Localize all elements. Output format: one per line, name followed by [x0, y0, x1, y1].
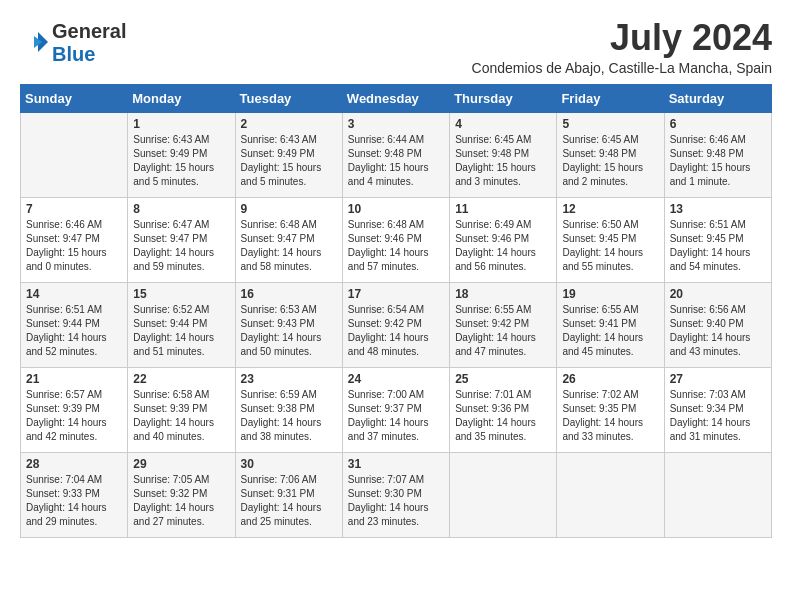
header-tuesday: Tuesday: [235, 85, 342, 113]
calendar-cell: 31Sunrise: 7:07 AM Sunset: 9:30 PM Dayli…: [342, 453, 449, 538]
calendar-cell: 23Sunrise: 6:59 AM Sunset: 9:38 PM Dayli…: [235, 368, 342, 453]
day-number: 21: [26, 372, 122, 386]
day-number: 6: [670, 117, 766, 131]
day-number: 5: [562, 117, 658, 131]
day-number: 1: [133, 117, 229, 131]
location-subtitle: Condemios de Abajo, Castille-La Mancha, …: [472, 60, 772, 76]
day-info: Sunrise: 7:04 AM Sunset: 9:33 PM Dayligh…: [26, 473, 122, 529]
day-info: Sunrise: 7:01 AM Sunset: 9:36 PM Dayligh…: [455, 388, 551, 444]
day-number: 10: [348, 202, 444, 216]
calendar-cell: 24Sunrise: 7:00 AM Sunset: 9:37 PM Dayli…: [342, 368, 449, 453]
day-info: Sunrise: 6:51 AM Sunset: 9:45 PM Dayligh…: [670, 218, 766, 274]
day-number: 19: [562, 287, 658, 301]
calendar-cell: 30Sunrise: 7:06 AM Sunset: 9:31 PM Dayli…: [235, 453, 342, 538]
day-number: 24: [348, 372, 444, 386]
day-info: Sunrise: 6:46 AM Sunset: 9:47 PM Dayligh…: [26, 218, 122, 274]
calendar-cell: 22Sunrise: 6:58 AM Sunset: 9:39 PM Dayli…: [128, 368, 235, 453]
day-info: Sunrise: 6:56 AM Sunset: 9:40 PM Dayligh…: [670, 303, 766, 359]
day-info: Sunrise: 6:58 AM Sunset: 9:39 PM Dayligh…: [133, 388, 229, 444]
header-saturday: Saturday: [664, 85, 771, 113]
logo-icon: [20, 28, 50, 58]
logo-blue: Blue: [52, 43, 126, 66]
day-info: Sunrise: 6:48 AM Sunset: 9:46 PM Dayligh…: [348, 218, 444, 274]
calendar-cell: [21, 113, 128, 198]
day-number: 15: [133, 287, 229, 301]
day-info: Sunrise: 6:55 AM Sunset: 9:41 PM Dayligh…: [562, 303, 658, 359]
day-info: Sunrise: 6:46 AM Sunset: 9:48 PM Dayligh…: [670, 133, 766, 189]
calendar-cell: 6Sunrise: 6:46 AM Sunset: 9:48 PM Daylig…: [664, 113, 771, 198]
day-info: Sunrise: 6:43 AM Sunset: 9:49 PM Dayligh…: [133, 133, 229, 189]
header-thursday: Thursday: [450, 85, 557, 113]
calendar-cell: [664, 453, 771, 538]
title-area: July 2024 Condemios de Abajo, Castille-L…: [472, 20, 772, 76]
day-number: 27: [670, 372, 766, 386]
day-info: Sunrise: 6:54 AM Sunset: 9:42 PM Dayligh…: [348, 303, 444, 359]
day-info: Sunrise: 6:44 AM Sunset: 9:48 PM Dayligh…: [348, 133, 444, 189]
day-number: 8: [133, 202, 229, 216]
page-header: General Blue July 2024 Condemios de Abaj…: [20, 20, 772, 76]
day-number: 17: [348, 287, 444, 301]
day-number: 22: [133, 372, 229, 386]
calendar-week-row: 14Sunrise: 6:51 AM Sunset: 9:44 PM Dayli…: [21, 283, 772, 368]
day-info: Sunrise: 6:50 AM Sunset: 9:45 PM Dayligh…: [562, 218, 658, 274]
calendar-cell: 26Sunrise: 7:02 AM Sunset: 9:35 PM Dayli…: [557, 368, 664, 453]
day-info: Sunrise: 6:52 AM Sunset: 9:44 PM Dayligh…: [133, 303, 229, 359]
calendar-cell: 27Sunrise: 7:03 AM Sunset: 9:34 PM Dayli…: [664, 368, 771, 453]
day-number: 4: [455, 117, 551, 131]
header-monday: Monday: [128, 85, 235, 113]
calendar-cell: 19Sunrise: 6:55 AM Sunset: 9:41 PM Dayli…: [557, 283, 664, 368]
month-title: July 2024: [472, 20, 772, 56]
calendar-cell: 12Sunrise: 6:50 AM Sunset: 9:45 PM Dayli…: [557, 198, 664, 283]
calendar-cell: 8Sunrise: 6:47 AM Sunset: 9:47 PM Daylig…: [128, 198, 235, 283]
day-number: 7: [26, 202, 122, 216]
day-number: 26: [562, 372, 658, 386]
calendar-week-row: 7Sunrise: 6:46 AM Sunset: 9:47 PM Daylig…: [21, 198, 772, 283]
day-info: Sunrise: 7:05 AM Sunset: 9:32 PM Dayligh…: [133, 473, 229, 529]
day-info: Sunrise: 6:45 AM Sunset: 9:48 PM Dayligh…: [455, 133, 551, 189]
calendar-cell: 11Sunrise: 6:49 AM Sunset: 9:46 PM Dayli…: [450, 198, 557, 283]
day-number: 16: [241, 287, 337, 301]
day-info: Sunrise: 6:57 AM Sunset: 9:39 PM Dayligh…: [26, 388, 122, 444]
day-number: 2: [241, 117, 337, 131]
calendar-cell: [450, 453, 557, 538]
header-sunday: Sunday: [21, 85, 128, 113]
day-info: Sunrise: 6:55 AM Sunset: 9:42 PM Dayligh…: [455, 303, 551, 359]
calendar-cell: [557, 453, 664, 538]
calendar-week-row: 21Sunrise: 6:57 AM Sunset: 9:39 PM Dayli…: [21, 368, 772, 453]
day-info: Sunrise: 7:06 AM Sunset: 9:31 PM Dayligh…: [241, 473, 337, 529]
day-info: Sunrise: 6:43 AM Sunset: 9:49 PM Dayligh…: [241, 133, 337, 189]
day-info: Sunrise: 6:45 AM Sunset: 9:48 PM Dayligh…: [562, 133, 658, 189]
day-number: 28: [26, 457, 122, 471]
day-info: Sunrise: 7:03 AM Sunset: 9:34 PM Dayligh…: [670, 388, 766, 444]
header-friday: Friday: [557, 85, 664, 113]
calendar-cell: 1Sunrise: 6:43 AM Sunset: 9:49 PM Daylig…: [128, 113, 235, 198]
calendar-cell: 28Sunrise: 7:04 AM Sunset: 9:33 PM Dayli…: [21, 453, 128, 538]
calendar-cell: 9Sunrise: 6:48 AM Sunset: 9:47 PM Daylig…: [235, 198, 342, 283]
day-number: 30: [241, 457, 337, 471]
calendar-cell: 20Sunrise: 6:56 AM Sunset: 9:40 PM Dayli…: [664, 283, 771, 368]
calendar-cell: 4Sunrise: 6:45 AM Sunset: 9:48 PM Daylig…: [450, 113, 557, 198]
day-number: 25: [455, 372, 551, 386]
calendar-cell: 29Sunrise: 7:05 AM Sunset: 9:32 PM Dayli…: [128, 453, 235, 538]
calendar-cell: 7Sunrise: 6:46 AM Sunset: 9:47 PM Daylig…: [21, 198, 128, 283]
calendar-week-row: 1Sunrise: 6:43 AM Sunset: 9:49 PM Daylig…: [21, 113, 772, 198]
day-number: 13: [670, 202, 766, 216]
day-number: 20: [670, 287, 766, 301]
day-info: Sunrise: 6:49 AM Sunset: 9:46 PM Dayligh…: [455, 218, 551, 274]
calendar-week-row: 28Sunrise: 7:04 AM Sunset: 9:33 PM Dayli…: [21, 453, 772, 538]
calendar-cell: 21Sunrise: 6:57 AM Sunset: 9:39 PM Dayli…: [21, 368, 128, 453]
calendar-cell: 5Sunrise: 6:45 AM Sunset: 9:48 PM Daylig…: [557, 113, 664, 198]
calendar-cell: 3Sunrise: 6:44 AM Sunset: 9:48 PM Daylig…: [342, 113, 449, 198]
calendar-cell: 16Sunrise: 6:53 AM Sunset: 9:43 PM Dayli…: [235, 283, 342, 368]
calendar-table: SundayMondayTuesdayWednesdayThursdayFrid…: [20, 84, 772, 538]
day-number: 3: [348, 117, 444, 131]
day-info: Sunrise: 6:47 AM Sunset: 9:47 PM Dayligh…: [133, 218, 229, 274]
logo-general: General: [52, 20, 126, 43]
logo: General Blue: [20, 20, 126, 66]
day-number: 29: [133, 457, 229, 471]
day-number: 12: [562, 202, 658, 216]
calendar-cell: 18Sunrise: 6:55 AM Sunset: 9:42 PM Dayli…: [450, 283, 557, 368]
day-info: Sunrise: 7:07 AM Sunset: 9:30 PM Dayligh…: [348, 473, 444, 529]
header-wednesday: Wednesday: [342, 85, 449, 113]
day-info: Sunrise: 7:02 AM Sunset: 9:35 PM Dayligh…: [562, 388, 658, 444]
